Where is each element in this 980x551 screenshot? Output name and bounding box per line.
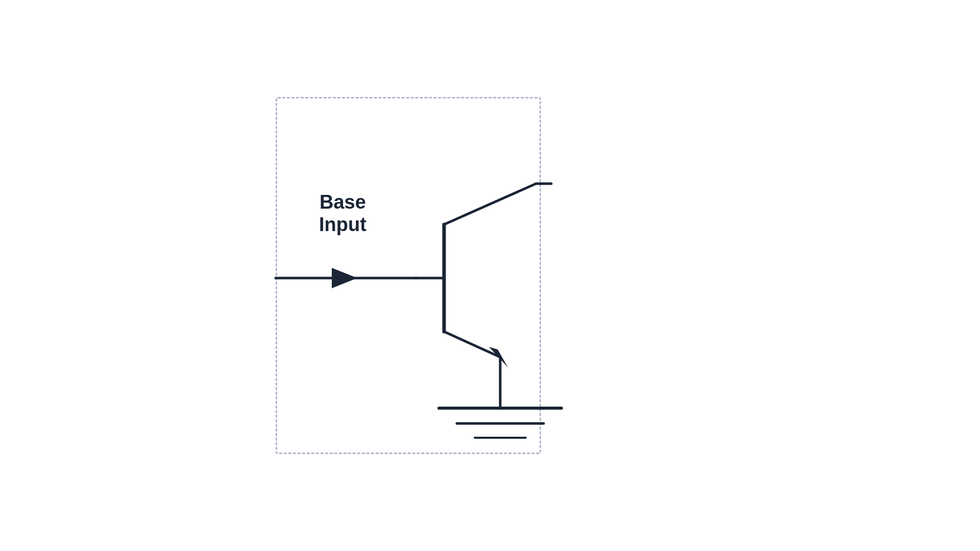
circuit-svg (133, 66, 847, 485)
svg-marker-1 (332, 268, 357, 288)
diagram-container: BaseInput (133, 66, 847, 485)
svg-marker-7 (489, 347, 508, 367)
svg-line-4 (444, 184, 536, 224)
svg-line-6 (444, 332, 500, 357)
